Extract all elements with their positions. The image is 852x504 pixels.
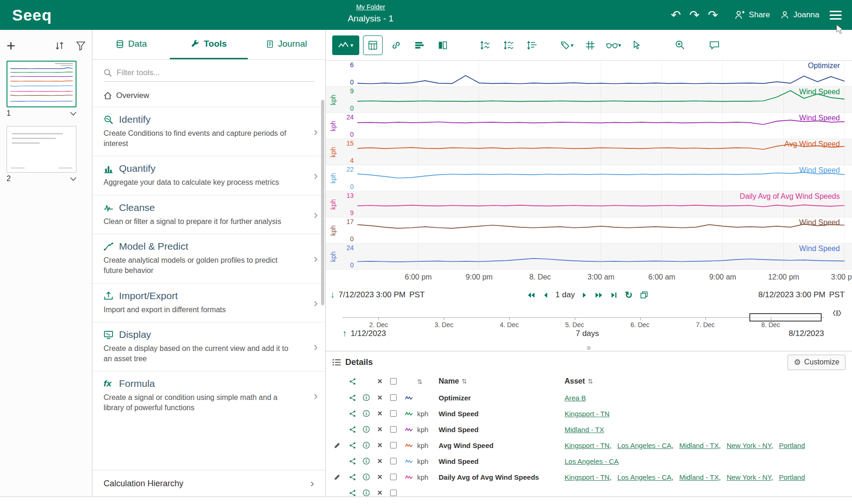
panel-resize-handle[interactable]: =	[326, 345, 852, 351]
filter-tools-input[interactable]	[117, 68, 314, 77]
lane-plot[interactable]: Wind Speed	[357, 165, 845, 191]
lane-y-axis[interactable]: kph90	[326, 87, 357, 112]
step-forward-button[interactable]	[582, 292, 587, 298]
select-all-checkbox[interactable]	[390, 378, 397, 385]
step-back-button[interactable]	[543, 292, 548, 298]
tool-item-identify[interactable]: Identify Create Conditions to find event…	[92, 107, 325, 156]
tab-journal[interactable]: Journal	[248, 30, 325, 59]
remove-item-icon[interactable]: ×	[377, 488, 383, 497]
asset-link[interactable]: New York - NY	[726, 473, 771, 481]
lane-plot[interactable]: Daily Avg of Avg Wind Speeds	[357, 191, 845, 217]
asset-link[interactable]: Midland - TX	[565, 426, 604, 434]
bars-view-button[interactable]	[410, 35, 429, 55]
lane-plot[interactable]: Wind Speed	[357, 113, 845, 139]
item-checkbox[interactable]	[390, 426, 397, 433]
worksheet-thumbnail-1[interactable]	[7, 61, 77, 107]
details-table-row[interactable]: ×OptimizerArea B	[326, 390, 852, 406]
breadcrumb-my-folder[interactable]: My Folder	[356, 3, 385, 11]
details-table-row[interactable]: ×kphWind SpeedMidland - TX	[326, 421, 852, 437]
trend-x-axis[interactable]: 6:00 pm9:00 pm8. Dec3:00 am6:00 am9:00 a…	[357, 270, 845, 286]
asset-link[interactable]: Los Angeles - CA	[617, 473, 671, 481]
labels-button[interactable]: ▾	[557, 35, 577, 55]
details-table-row[interactable]: ×kphWind SpeedLos Angeles - CA	[326, 453, 852, 469]
edit-pencil-icon[interactable]	[334, 442, 341, 449]
lane-y-axis[interactable]: 60	[326, 61, 357, 86]
add-worksheet-button[interactable]: +	[7, 38, 15, 53]
view-mode-trend-button[interactable]: ▾	[332, 35, 359, 55]
item-share-icon[interactable]	[349, 458, 356, 465]
lane-y-axis[interactable]: kph154	[326, 139, 357, 165]
remove-item-icon[interactable]: ×	[377, 441, 383, 450]
overview-item[interactable]: Overview	[92, 84, 325, 107]
info-icon[interactable]	[363, 441, 370, 449]
one-lane-button[interactable]	[476, 35, 496, 55]
lane-y-axis[interactable]: kph220	[326, 165, 357, 191]
details-table-row[interactable]: ×kphDaily Avg of Avg Wind SpeedsKingspor…	[326, 469, 852, 485]
investigate-start-date[interactable]: 1/12/2023	[351, 329, 386, 338]
item-share-icon[interactable]	[349, 394, 356, 401]
item-checkbox[interactable]	[390, 458, 397, 464]
tool-item-cleanse[interactable]: Cleanse Clean or filter a signal to prep…	[92, 195, 325, 234]
customize-button[interactable]: ⚙ Customize	[788, 355, 845, 370]
details-table-row[interactable]: ×kphAvg Wind SpeedKingsport - TN, Los An…	[326, 437, 852, 453]
item-share-icon[interactable]	[349, 426, 356, 433]
range-duration[interactable]: 1 day	[555, 290, 575, 300]
tools-scrollbar[interactable]	[321, 100, 324, 305]
lane-y-axis[interactable]: kph240	[326, 244, 357, 269]
item-checkbox[interactable]	[390, 490, 397, 496]
remove-all-icon[interactable]: ×	[377, 377, 383, 386]
lane-plot[interactable]: Avg Wind Speed	[357, 139, 845, 165]
item-share-icon[interactable]	[349, 474, 356, 481]
tool-item-display[interactable]: Display Create a display based on the cu…	[92, 322, 325, 371]
worksheet-options-chevron[interactable]	[70, 112, 77, 116]
annotate-button[interactable]	[705, 35, 724, 55]
asset-link[interactable]: Area B	[565, 394, 586, 402]
auto-update-button[interactable]: ↻	[625, 289, 633, 301]
info-icon[interactable]	[363, 473, 370, 481]
investigate-end-date[interactable]: 8/12/2023	[789, 329, 824, 338]
tool-item-quantify[interactable]: Quantify Aggregate your data to calculat…	[92, 156, 325, 195]
item-share-icon[interactable]	[349, 378, 356, 385]
cursors-button[interactable]	[627, 35, 647, 55]
lane-plot[interactable]: Wind Speed	[357, 87, 845, 112]
duplicate-range-button[interactable]	[640, 291, 648, 299]
lane-plot[interactable]: Optimizer	[357, 61, 845, 86]
share-button[interactable]: Share	[735, 10, 770, 20]
step-forward-many-button[interactable]	[595, 292, 603, 298]
item-checkbox[interactable]	[390, 442, 397, 448]
sort-icon[interactable]: ⇅	[588, 378, 594, 385]
remove-item-icon[interactable]: ×	[377, 472, 383, 482]
range-end-date[interactable]: 8/12/2023 3:00 PM	[758, 290, 825, 300]
details-table-row[interactable]: ×kphWind SpeedKingsport - TN	[326, 406, 852, 421]
step-back-many-button[interactable]	[527, 292, 535, 298]
asset-link[interactable]: Portland	[779, 473, 805, 481]
tool-item-import-export[interactable]: Import/Export Import and export in diffe…	[92, 283, 325, 322]
item-share-icon[interactable]	[349, 442, 356, 449]
filter-worksheets-icon[interactable]	[76, 41, 85, 51]
asset-link[interactable]: Kingsport - TN	[565, 410, 609, 418]
step-to-end-button[interactable]	[611, 292, 617, 298]
dimming-button[interactable]: ▾	[604, 35, 623, 55]
edit-pencil-icon[interactable]	[334, 474, 341, 481]
info-icon[interactable]	[363, 426, 370, 433]
asset-link[interactable]: Los Angeles - CA	[617, 441, 671, 449]
tab-data[interactable]: Data	[92, 30, 170, 59]
remove-item-icon[interactable]: ×	[377, 409, 383, 419]
tool-item-model-predict[interactable]: Model & Predict Create analytical models…	[92, 234, 325, 283]
info-icon[interactable]	[363, 410, 370, 417]
item-checkbox[interactable]	[390, 394, 397, 401]
user-menu[interactable]: Joanna	[780, 10, 819, 20]
overview-selection-box[interactable]	[749, 313, 822, 322]
remove-item-icon[interactable]: ×	[377, 393, 383, 403]
investigate-duration[interactable]: 7 days	[386, 329, 789, 338]
redo-icon[interactable]: ↷	[689, 9, 699, 21]
info-icon[interactable]	[363, 394, 370, 401]
worksheet-thumbnail-2[interactable]	[7, 126, 77, 173]
overview-track[interactable]: 2. Dec3. Dec4. Dec5. Dec6. Dec7. Dec8. D…	[342, 307, 824, 327]
details-table-row[interactable]: ×	[326, 485, 852, 497]
undo-icon[interactable]: ↶	[670, 9, 681, 21]
info-icon[interactable]	[363, 489, 370, 497]
asset-link[interactable]: Kingsport - TN	[565, 473, 609, 481]
worksheet-options-chevron[interactable]	[70, 177, 77, 181]
lane-y-axis[interactable]: kph240	[326, 113, 357, 139]
